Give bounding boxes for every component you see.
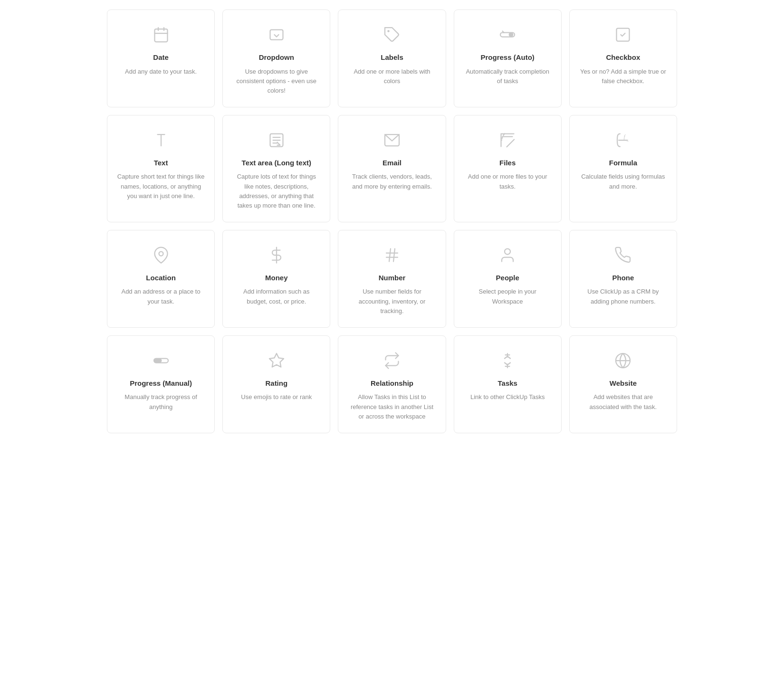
progress-manual-icon	[150, 349, 172, 372]
card-title-phone: Phone	[612, 273, 634, 283]
card-rating[interactable]: Rating Use emojis to rate or rank	[222, 335, 330, 433]
card-title-text-area: Text area (Long text)	[242, 158, 311, 168]
rating-icon	[265, 349, 288, 372]
card-title-formula: Formula	[609, 158, 637, 168]
text-area-icon	[265, 129, 288, 152]
svg-point-26	[505, 248, 510, 254]
card-title-dropdown: Dropdown	[259, 53, 294, 62]
card-title-labels: Labels	[381, 53, 403, 62]
card-tasks[interactable]: Tasks Link to other ClickUp Tasks	[454, 335, 562, 433]
svg-rect-4	[270, 30, 283, 40]
card-email[interactable]: Email Track clients, vendors, leads, and…	[338, 115, 446, 222]
card-desc-date: Add any date to your task.	[125, 67, 197, 76]
svg-text:f: f	[624, 133, 626, 140]
card-formula[interactable]: f x Formula Calculate fields using formu…	[569, 115, 677, 222]
card-text[interactable]: Text Capture short text for things like …	[107, 115, 215, 222]
card-number[interactable]: Number Use number fields for accounting,…	[338, 230, 446, 328]
card-progress-auto[interactable]: Progress (Auto) Automatically track comp…	[454, 10, 562, 107]
card-title-progress-auto: Progress (Auto)	[481, 53, 535, 62]
progress-auto-icon	[496, 23, 519, 46]
relationship-icon	[381, 349, 403, 372]
card-labels[interactable]: Labels Add one or more labels with color…	[338, 10, 446, 107]
card-phone[interactable]: Phone Use ClickUp as a CRM by adding pho…	[569, 230, 677, 328]
card-desc-progress-manual: Manually track progress of anything	[117, 392, 205, 411]
card-desc-phone: Use ClickUp as a CRM by adding phone num…	[579, 287, 667, 306]
files-icon	[496, 129, 519, 152]
svg-line-24	[389, 248, 391, 261]
card-title-rating: Rating	[265, 379, 287, 388]
labels-icon	[381, 23, 403, 46]
card-money[interactable]: Money Add information such as budget, co…	[222, 230, 330, 328]
card-desc-rating: Use emojis to rate or rank	[241, 392, 312, 402]
card-desc-text-area: Capture lots of text for things like not…	[232, 172, 320, 210]
phone-icon	[612, 244, 634, 267]
card-title-location: Location	[146, 273, 176, 283]
card-desc-files: Add one or more files to your tasks.	[464, 172, 552, 191]
card-dropdown[interactable]: Dropdown Use dropdowns to give consisten…	[222, 10, 330, 107]
email-icon	[381, 129, 403, 152]
card-files[interactable]: Files Add one or more files to your task…	[454, 115, 562, 222]
card-relationship[interactable]: Relationship Allow Tasks in this List to…	[338, 335, 446, 433]
card-desc-people: Select people in your Workspace	[464, 287, 552, 306]
card-title-files: Files	[499, 158, 516, 168]
svg-line-25	[393, 248, 395, 261]
svg-marker-29	[269, 353, 284, 367]
card-desc-email: Track clients, vendors, leads, and more …	[348, 172, 436, 191]
card-website[interactable]: Website Add websites that are associated…	[569, 335, 677, 433]
svg-point-20	[159, 251, 163, 256]
card-title-number: Number	[379, 273, 406, 283]
card-grid: Date Add any date to your task. Dropdown…	[107, 10, 677, 433]
tasks-icon	[496, 349, 519, 372]
people-icon	[496, 244, 519, 267]
card-desc-dropdown: Use dropdowns to give consistent options…	[232, 67, 320, 95]
card-desc-text: Capture short text for things like names…	[117, 172, 205, 200]
card-desc-formula: Calculate fields using formulas and more…	[579, 172, 667, 191]
card-progress-manual[interactable]: Progress (Manual) Manually track progres…	[107, 335, 215, 433]
card-desc-labels: Add one or more labels with colors	[348, 67, 436, 86]
card-text-area[interactable]: Text area (Long text) Capture lots of te…	[222, 115, 330, 222]
card-title-checkbox: Checkbox	[606, 53, 641, 62]
card-title-relationship: Relationship	[371, 379, 413, 388]
svg-rect-28	[154, 358, 162, 362]
card-title-progress-manual: Progress (Manual)	[130, 379, 192, 388]
card-title-text: Text	[154, 158, 168, 168]
card-desc-tasks: Link to other ClickUp Tasks	[470, 392, 545, 402]
card-location[interactable]: Location Add an address or a place to yo…	[107, 230, 215, 328]
card-desc-checkbox: Yes or no? Add a simple true or false ch…	[579, 67, 667, 86]
card-people[interactable]: People Select people in your Workspace	[454, 230, 562, 328]
money-icon	[265, 244, 288, 267]
svg-point-7	[509, 33, 513, 37]
card-title-tasks: Tasks	[497, 379, 517, 388]
card-title-website: Website	[610, 379, 637, 388]
website-icon	[612, 349, 634, 372]
svg-line-16	[507, 139, 515, 147]
number-icon	[381, 244, 403, 267]
location-icon	[150, 244, 172, 267]
svg-rect-0	[154, 29, 167, 42]
card-desc-relationship: Allow Tasks in this List to reference ta…	[348, 392, 436, 421]
card-title-money: Money	[265, 273, 288, 283]
card-desc-money: Add information such as budget, cost, or…	[232, 287, 320, 306]
card-date[interactable]: Date Add any date to your task.	[107, 10, 215, 107]
svg-text:x: x	[627, 138, 629, 143]
checkbox-icon	[612, 23, 634, 46]
card-title-people: People	[496, 273, 519, 283]
card-title-email: Email	[382, 158, 402, 168]
card-desc-progress-auto: Automatically track completion of tasks	[464, 67, 552, 86]
card-checkbox[interactable]: Checkbox Yes or no? Add a simple true or…	[569, 10, 677, 107]
text-icon	[150, 129, 172, 152]
card-desc-website: Add websites that are associated with th…	[579, 392, 667, 411]
date-icon	[150, 23, 172, 46]
dropdown-icon	[265, 23, 288, 46]
card-desc-number: Use number fields for accounting, invent…	[348, 287, 436, 315]
formula-icon: f x	[612, 129, 634, 152]
card-desc-location: Add an address or a place to your task.	[117, 287, 205, 306]
card-title-date: Date	[153, 53, 169, 62]
